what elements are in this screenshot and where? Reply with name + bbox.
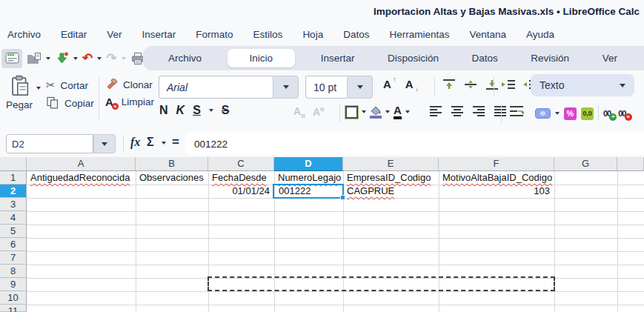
active-cell-selection[interactable] bbox=[273, 184, 344, 199]
font-size-value[interactable]: 10 pt bbox=[305, 76, 347, 99]
formula-input[interactable] bbox=[185, 133, 644, 155]
row-header-7[interactable]: 7 bbox=[0, 251, 27, 265]
italic-button[interactable]: K bbox=[176, 104, 185, 116]
row-header-4[interactable]: 4 bbox=[0, 211, 27, 225]
align-top-button[interactable] bbox=[442, 79, 457, 90]
corner-header[interactable] bbox=[0, 157, 27, 171]
row-header-11[interactable]: 11 bbox=[0, 305, 27, 312]
menu-ver[interactable]: Ver bbox=[107, 29, 122, 40]
currency-dropdown-arrow[interactable] bbox=[555, 112, 560, 115]
underline-button[interactable]: S bbox=[193, 104, 201, 116]
fill-handle[interactable] bbox=[340, 195, 345, 200]
copy-button[interactable]: Copiar bbox=[46, 96, 94, 110]
row-header-6[interactable]: 6 bbox=[0, 238, 27, 251]
function-wizard-button[interactable]: fx bbox=[130, 136, 140, 149]
delete-decimal-button[interactable]: 00× bbox=[618, 109, 628, 118]
undo-dropdown-arrow[interactable] bbox=[97, 57, 102, 60]
open-dropdown-arrow[interactable] bbox=[46, 57, 50, 60]
align-center-button[interactable] bbox=[450, 105, 465, 117]
column-header-e[interactable]: E bbox=[343, 157, 439, 171]
tab-archivo[interactable]: Archivo bbox=[161, 49, 209, 67]
cell-d1[interactable]: NumeroLegajo bbox=[276, 171, 342, 185]
number-format-combo[interactable]: Texto bbox=[531, 74, 634, 96]
menu-ventana[interactable]: Ventana bbox=[469, 29, 506, 40]
paste-button[interactable]: Pegar bbox=[6, 75, 33, 110]
cell-c2[interactable]: 01/01/24 bbox=[210, 185, 272, 198]
menubar-toggle-button[interactable] bbox=[1, 49, 22, 68]
font-size-combo[interactable]: 10 pt bbox=[305, 76, 373, 99]
menu-herramientas[interactable]: Herramientas bbox=[389, 29, 449, 40]
tab-revision[interactable]: Revisión bbox=[523, 49, 577, 67]
tab-ver[interactable]: Ver bbox=[595, 49, 625, 67]
font-size-dropdown[interactable] bbox=[347, 76, 373, 99]
clone-formatting-button[interactable]: Clonar bbox=[105, 79, 154, 91]
menu-ayuda[interactable]: Ayuda bbox=[526, 29, 554, 40]
menu-hoja[interactable]: Hoja bbox=[302, 29, 323, 40]
name-box[interactable] bbox=[6, 134, 93, 153]
cut-button[interactable]: ✂ Cortar bbox=[46, 79, 94, 92]
cell-a1[interactable]: AntiguedadReconocida bbox=[28, 171, 134, 185]
menu-insertar[interactable]: Insertar bbox=[142, 29, 176, 40]
undo-button[interactable]: ↶ bbox=[80, 49, 95, 68]
cell-f2[interactable]: 103 bbox=[440, 185, 552, 198]
cell-f1[interactable]: MotivoAltaBajaID_Codigo bbox=[440, 171, 553, 185]
strikethrough-button[interactable]: S bbox=[222, 104, 230, 116]
background-color-button[interactable] bbox=[370, 106, 382, 119]
spreadsheet-grid[interactable]: A B C D E F G 1 2 3 4 5 6 7 8 9 10 11 An… bbox=[0, 157, 644, 312]
autosum-dropdown-arrow[interactable] bbox=[162, 142, 166, 145]
add-decimal-button[interactable]: 00+ bbox=[603, 109, 614, 118]
row-header-1[interactable]: 1 bbox=[0, 171, 27, 185]
menu-estilos[interactable]: Estilos bbox=[253, 29, 283, 40]
save-button[interactable] bbox=[53, 49, 71, 68]
column-header-h-partial[interactable] bbox=[617, 157, 644, 171]
cell-c1[interactable]: FechaDesde bbox=[210, 171, 273, 185]
align-right-button[interactable] bbox=[471, 105, 486, 117]
tab-datos[interactable]: Datos bbox=[465, 49, 505, 67]
align-bottom-button[interactable] bbox=[485, 79, 499, 90]
save-dropdown-arrow[interactable] bbox=[73, 57, 78, 60]
underline-dropdown-arrow[interactable] bbox=[209, 109, 213, 112]
font-name-value[interactable]: Arial bbox=[159, 76, 273, 99]
menu-editar[interactable]: Editar bbox=[61, 29, 87, 40]
tab-inicio[interactable]: Inicio bbox=[228, 49, 296, 67]
column-header-d[interactable]: D bbox=[274, 157, 343, 171]
cell-b1[interactable]: Observaciones bbox=[137, 171, 207, 185]
background-color-dropdown-arrow[interactable] bbox=[385, 110, 390, 113]
column-header-b[interactable]: B bbox=[136, 157, 208, 171]
cell-e2[interactable]: CAGPRUE bbox=[345, 185, 437, 198]
clear-formatting-button[interactable]: A× Limpiar bbox=[105, 96, 154, 108]
column-header-g[interactable]: G bbox=[554, 157, 617, 171]
menu-formato[interactable]: Formato bbox=[196, 29, 233, 40]
row-header-3[interactable]: 3 bbox=[0, 198, 27, 211]
row-header-9[interactable]: 9 bbox=[0, 278, 27, 291]
menu-archivo[interactable]: Archivo bbox=[7, 29, 41, 40]
font-name-dropdown[interactable] bbox=[273, 76, 299, 99]
borders-button[interactable] bbox=[345, 106, 358, 119]
percent-format-button[interactable]: % bbox=[564, 107, 577, 120]
autosum-button[interactable]: Σ bbox=[147, 136, 154, 149]
row-header-10[interactable]: 10 bbox=[0, 291, 27, 305]
shrink-font-button[interactable]: A↓ bbox=[405, 78, 419, 90]
align-left-button[interactable] bbox=[428, 105, 443, 117]
align-center-vertically-button[interactable] bbox=[463, 79, 478, 90]
row-header-2[interactable]: 2 bbox=[0, 185, 27, 198]
wrap-text-button[interactable] bbox=[508, 105, 525, 120]
formula-button[interactable]: = bbox=[172, 135, 179, 150]
tab-insertar[interactable]: Insertar bbox=[313, 49, 362, 67]
align-justify-button[interactable] bbox=[493, 105, 508, 117]
row-header-5[interactable]: 5 bbox=[0, 225, 27, 238]
cell-e1[interactable]: EmpresaID_Codigo bbox=[345, 171, 437, 185]
tab-disposicion[interactable]: Disposición bbox=[380, 49, 446, 67]
column-header-a[interactable]: A bbox=[27, 157, 136, 171]
menu-datos[interactable]: Datos bbox=[343, 29, 369, 40]
column-header-f[interactable]: F bbox=[439, 157, 554, 171]
currency-format-button[interactable] bbox=[535, 108, 551, 119]
borders-dropdown-arrow[interactable] bbox=[362, 110, 366, 113]
grow-font-button[interactable]: A↑ bbox=[383, 78, 396, 90]
column-header-c[interactable]: C bbox=[208, 157, 274, 171]
paste-dropdown-arrow[interactable] bbox=[36, 87, 41, 90]
font-name-combo[interactable]: Arial bbox=[159, 76, 299, 99]
row-header-8[interactable]: 8 bbox=[0, 265, 27, 278]
bold-button[interactable]: N bbox=[159, 104, 168, 116]
name-box-dropdown[interactable] bbox=[93, 134, 116, 153]
